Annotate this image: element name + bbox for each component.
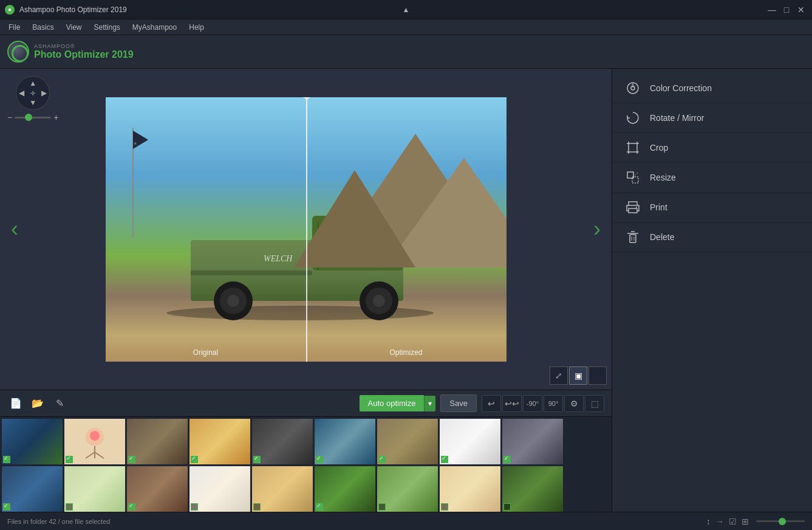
select-button[interactable]: ⬚ (585, 395, 604, 412)
zoom-slider[interactable] (15, 117, 51, 119)
menu-help[interactable]: Help (183, 19, 210, 35)
thumbnail-4[interactable] (189, 419, 250, 464)
thumbnail-14[interactable] (252, 466, 313, 512)
thumbnail-5[interactable] (252, 419, 313, 464)
undo-button[interactable]: ↩ (482, 395, 501, 412)
thumbs-and-toolbar: 📄 📂 ✎ ▲ Auto optimize ▾ Save ↩ ↩↩ -90° (0, 390, 612, 512)
thumb-checkbox-13 (191, 503, 198, 511)
zoom-nav[interactable]: ▲ ▼ ◀ ▶ ✛ (16, 76, 50, 110)
print-item[interactable]: Print (612, 193, 812, 222)
thumbnail-10[interactable] (2, 466, 63, 512)
auto-optimize-button[interactable]: Auto optimize (360, 395, 425, 411)
brand-name: Ashampoo® (34, 43, 134, 49)
color-correction-label: Color Correction (650, 83, 712, 93)
thumbnail-13[interactable] (189, 466, 250, 512)
optimized-label: Optimized (389, 348, 422, 357)
zoom-minus-icon[interactable]: − (7, 112, 12, 122)
next-photo-button[interactable]: › (587, 210, 607, 248)
menu-basics[interactable]: Basics (26, 19, 60, 35)
svg-point-12 (373, 295, 385, 307)
thumbnail-8[interactable] (440, 419, 500, 464)
print-icon (624, 199, 641, 216)
split-arrows: ◀ ▶ (299, 97, 314, 100)
single-view-button[interactable] (589, 367, 607, 385)
minimize-button[interactable]: — (766, 4, 778, 16)
status-sort-button[interactable]: ↕ (706, 517, 711, 526)
svg-point-9 (227, 295, 239, 307)
undo-all-button[interactable]: ↩↩ (502, 395, 522, 412)
svg-rect-13 (191, 270, 312, 275)
svg-rect-42 (629, 208, 637, 213)
app-logo (7, 41, 29, 63)
nav-right-icon: ▶ (41, 89, 47, 97)
prev-photo-button[interactable]: ‹ (5, 210, 24, 248)
thumbnail-2[interactable] (64, 419, 125, 464)
split-view-button[interactable]: ▣ (569, 367, 587, 385)
status-grid-button[interactable]: ⊞ (742, 517, 749, 526)
crop-icon (624, 139, 641, 156)
menu-settings[interactable]: Settings (87, 19, 126, 35)
app-name: Ashampoo® Photo Optimizer 2019 (34, 43, 134, 60)
close-button[interactable]: ✕ (795, 4, 807, 16)
menu-myashampoo[interactable]: MyAshampoo (126, 19, 183, 35)
crop-label: Crop (650, 143, 668, 153)
nav-center-icon: ✛ (27, 87, 39, 99)
thumbnail-15[interactable] (315, 466, 375, 512)
original-label: Original (193, 348, 218, 357)
resize-item[interactable]: Resize (612, 163, 812, 193)
new-file-button[interactable]: 📄 (7, 395, 24, 412)
thumb-checkbox-9 (503, 456, 511, 463)
thumbnail-3[interactable] (127, 419, 188, 464)
thumbnail-1[interactable] (2, 419, 63, 464)
thumb-checkbox-12 (128, 503, 135, 511)
rotate-ccw-button[interactable]: -90° (523, 395, 542, 412)
status-check-button[interactable]: ☑ (729, 517, 737, 526)
thumbnail-row-2 (0, 464, 612, 512)
thumbnail-17[interactable] (440, 466, 500, 512)
svg-rect-29 (629, 143, 637, 152)
split-arrow-right: ▶ (307, 97, 314, 100)
status-icons: ↕ → ☑ ⊞ (706, 517, 805, 526)
crop-item[interactable]: Crop (612, 133, 812, 163)
photo-area: ▲ ▼ ◀ ▶ ✛ − + ‹ › (0, 69, 612, 390)
edit-button[interactable]: ✎ (51, 395, 68, 412)
thumbnail-7[interactable] (377, 419, 438, 464)
fullscreen-button[interactable]: ⤢ (550, 367, 568, 385)
settings-button[interactable]: ⚙ (564, 395, 584, 412)
thumbnail-9[interactable] (502, 419, 563, 464)
delete-item[interactable]: Delete (612, 222, 812, 252)
color-correction-icon (624, 80, 641, 97)
thumbnail-size-slider[interactable] (756, 520, 805, 522)
nav-down-icon: ▼ (29, 98, 36, 107)
thumb-checkbox-15 (316, 503, 323, 511)
open-folder-button[interactable]: 📂 (29, 395, 46, 412)
thumbnail-strip (0, 416, 612, 512)
thumbnail-12[interactable] (127, 466, 188, 512)
nav-left-icon: ◀ (19, 89, 24, 97)
svg-rect-44 (630, 235, 636, 243)
status-text: Files in folder 42 / one file selected (7, 518, 706, 525)
save-button[interactable]: Save (440, 394, 477, 412)
thumbnail-row-1 (0, 417, 612, 464)
zoom-plus-icon[interactable]: + (53, 112, 58, 122)
thumbnail-11[interactable] (64, 466, 125, 512)
nav-up-icon: ▲ (29, 79, 36, 88)
status-arrow-button[interactable]: → (715, 517, 724, 526)
menu-view[interactable]: View (60, 19, 88, 35)
thumb-checkbox-18 (503, 503, 511, 511)
thumbnail-18[interactable] (502, 466, 563, 512)
maximize-button[interactable]: □ (780, 4, 793, 16)
viewer-and-panel: ▲ ▼ ◀ ▶ ✛ − + ‹ › (0, 69, 812, 512)
menu-file[interactable]: File (2, 19, 26, 35)
svg-marker-19 (133, 131, 148, 149)
color-correction-item[interactable]: Color Correction (612, 74, 812, 103)
thumbnail-16[interactable] (377, 466, 438, 512)
svg-rect-41 (629, 202, 637, 205)
view-mode-buttons: ⤢ ▣ (550, 367, 607, 385)
thumbnail-6[interactable] (315, 419, 375, 464)
auto-optimize-dropdown[interactable]: ▾ (424, 396, 435, 411)
title-text: Ashampoo Photo Optimizer 2019 (19, 5, 766, 14)
rotate-cw-button[interactable]: 90° (544, 395, 563, 412)
resize-label: Resize (650, 173, 676, 182)
rotate-mirror-item[interactable]: Rotate / Mirror (612, 103, 812, 133)
